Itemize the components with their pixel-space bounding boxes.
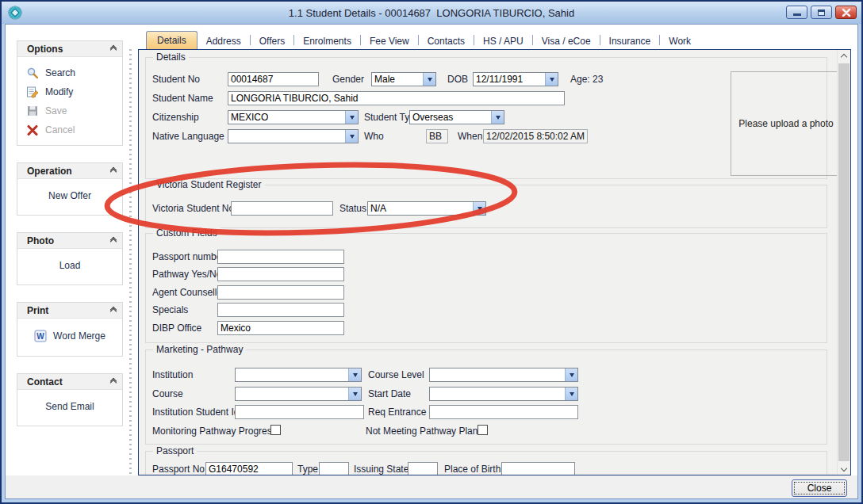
sidebar-group-print-header[interactable]: Print (17, 303, 122, 319)
tab-insurance[interactable]: Insurance (600, 32, 660, 49)
tab-hs-apu[interactable]: HS / APU (474, 32, 532, 49)
chevron-down-icon[interactable] (473, 202, 485, 215)
institution-value (236, 368, 348, 381)
student-type-combobox[interactable]: Overseas (409, 110, 504, 124)
collapse-icon[interactable] (111, 238, 116, 244)
specials-input[interactable] (217, 303, 344, 317)
sidebar-item-save[interactable]: Save (17, 101, 122, 120)
chevron-down-icon[interactable] (345, 111, 358, 124)
sidebar-group-operation-header[interactable]: Operation (17, 163, 122, 179)
chevron-down-icon[interactable] (348, 388, 361, 400)
victoria-status-value: N/A (368, 202, 473, 215)
tab-fee-view[interactable]: Fee View (361, 32, 418, 49)
citizenship-label: Citizenship (152, 110, 199, 124)
dob-datepicker[interactable]: 12/11/1991 (473, 72, 558, 86)
passport-no-label: Passport No (152, 462, 205, 475)
monitoring-pathway-progress-checkbox[interactable] (270, 425, 281, 435)
close-button[interactable]: Close (792, 479, 847, 497)
chevron-down-icon[interactable] (348, 368, 361, 381)
details-tab-page: Details Student No Gender Male DOB 12/11… (138, 49, 851, 475)
passport-no-input[interactable] (205, 462, 293, 475)
tab-visa-ecoe[interactable]: Visa / eCoe (533, 32, 600, 49)
tab-enrolments[interactable]: Enrolments (294, 32, 360, 49)
sidebar-group-photo-header[interactable]: Photo (17, 233, 122, 249)
chevron-down-icon[interactable] (545, 73, 558, 86)
chevron-down-icon[interactable] (565, 388, 577, 400)
sidebar-item-modify[interactable]: Modify (17, 82, 122, 101)
gender-combobox[interactable]: Male (371, 72, 436, 86)
sidebar-item-new-offer[interactable]: New Offer (17, 185, 122, 209)
start-date-combobox[interactable] (429, 387, 578, 401)
institution-student-id-input[interactable] (235, 405, 364, 419)
sidebar-group-operation: Operation New Offer (17, 162, 123, 216)
pathway-yes-no-input[interactable] (217, 267, 344, 281)
save-icon (26, 105, 39, 117)
sidebar-group-contact-header[interactable]: Contact (17, 374, 122, 390)
place-of-birth-input[interactable] (501, 462, 575, 475)
course-level-combobox[interactable] (429, 368, 578, 382)
collapse-icon[interactable] (111, 168, 116, 174)
tab-contacts[interactable]: Contacts (419, 32, 474, 49)
sidebar-item-send-email[interactable]: Send Email (17, 396, 122, 420)
scrollbar-thumb[interactable] (838, 63, 850, 461)
course-combobox[interactable] (235, 387, 362, 401)
student-no-input[interactable] (228, 72, 319, 86)
student-name-input[interactable] (228, 91, 565, 105)
sidebar-splitter[interactable] (129, 49, 132, 475)
sidebar-group-options: Options Search (17, 40, 123, 146)
tab-details[interactable]: Details (146, 31, 198, 49)
tab-work[interactable]: Work (660, 32, 700, 49)
chevron-down-icon[interactable] (565, 368, 577, 381)
tab-offers[interactable]: Offers (251, 32, 293, 49)
sidebar-item-cancel[interactable]: Cancel (17, 120, 122, 139)
chevron-down-icon[interactable] (345, 130, 358, 143)
sidebar-item-search[interactable]: Search (17, 63, 122, 82)
not-meeting-pathway-plan-checkbox[interactable] (478, 425, 488, 435)
chevron-down-icon[interactable] (423, 73, 435, 86)
maximize-icon[interactable] (811, 6, 832, 19)
group-title: Options (27, 44, 63, 55)
req-entrance-score-input[interactable] (429, 405, 578, 419)
who-label: Who (364, 129, 384, 143)
victoria-status-combobox[interactable]: N/A (367, 201, 486, 216)
when-value: 12/02/2015 8:50:02 AM (483, 129, 588, 143)
issuing-state-input[interactable] (408, 462, 438, 475)
scroll-up-icon[interactable] (838, 50, 850, 63)
victoria-register-groupbox: Victoria Student Register Victoria Stude… (145, 185, 827, 228)
pathway-yes-no-label: Pathway Yes/No (152, 267, 221, 281)
collapse-icon[interactable] (111, 379, 116, 385)
groupbox-legend: Custom Fields (153, 227, 221, 239)
passport-type-label: Type (297, 462, 318, 475)
groupbox-legend: Marketing - Pathway (153, 344, 246, 355)
agent-counsellor-input[interactable] (217, 285, 344, 300)
close-icon[interactable] (835, 6, 857, 19)
scroll-down-icon[interactable] (838, 461, 850, 475)
titlebar: 1.1 Student Details - 00014687 LONGORIA … (2, 2, 861, 24)
place-of-birth-label: Place of Birth (444, 462, 501, 475)
sidebar-group-photo: Photo Load (17, 232, 123, 285)
sidebar-item-word-merge[interactable]: W Word Merge (17, 325, 122, 350)
collapse-icon[interactable] (111, 307, 116, 314)
item-label: Send Email (45, 401, 94, 412)
dibp-office-input[interactable] (217, 321, 344, 335)
institution-student-id-label: Institution Student Id (152, 405, 239, 419)
chevron-down-icon[interactable] (491, 111, 504, 124)
passport-number-input[interactable] (217, 250, 344, 264)
sidebar-group-options-header[interactable]: Options (17, 41, 122, 57)
victoria-student-no-input[interactable] (231, 201, 333, 216)
institution-combobox[interactable] (235, 368, 362, 382)
item-label: Load (59, 260, 81, 271)
passport-groupbox: Passport Passport No Type Issuing State … (145, 451, 827, 475)
tab-address[interactable]: Address (198, 32, 250, 49)
citizenship-combobox[interactable]: MEXICO (228, 110, 359, 124)
collapse-icon[interactable] (111, 46, 116, 52)
vertical-scrollbar[interactable] (837, 50, 850, 475)
minimize-icon[interactable] (786, 6, 807, 19)
passport-type-input[interactable] (319, 462, 349, 475)
sidebar-item-load[interactable]: Load (17, 255, 122, 279)
victoria-student-no-label: Victoria Student No (152, 201, 234, 216)
dibp-office-label: DIBP Office (152, 321, 201, 335)
native-language-combobox[interactable] (228, 129, 359, 143)
citizenship-value: MEXICO (228, 111, 345, 124)
gender-value: Male (372, 73, 423, 86)
